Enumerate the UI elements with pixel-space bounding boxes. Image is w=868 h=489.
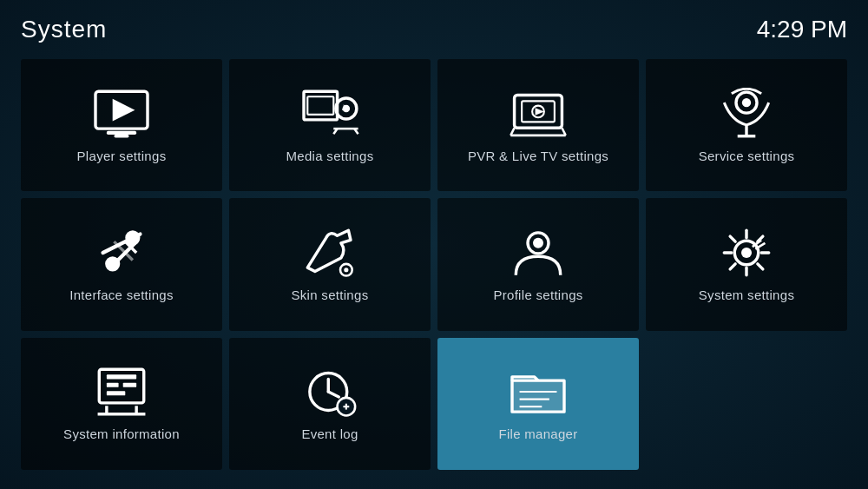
- settings-grid: Player settings ♪ Media settings PVR & L…: [0, 52, 868, 484]
- skin-settings-label: Skin settings: [292, 287, 369, 302]
- svg-rect-5: [307, 96, 333, 115]
- player-settings-label: Player settings: [77, 149, 167, 163]
- pvr-icon: [508, 88, 569, 140]
- interface-settings[interactable]: Interface settings: [21, 198, 222, 330]
- svg-rect-2: [107, 130, 136, 134]
- svg-rect-48: [123, 383, 136, 387]
- page-title: System: [21, 16, 107, 43]
- profile-settings[interactable]: Profile settings: [437, 198, 639, 330]
- svg-point-20: [742, 98, 751, 107]
- service-settings-label: Service settings: [699, 149, 795, 163]
- svg-rect-3: [114, 135, 128, 137]
- pvr-settings[interactable]: PVR & Live TV settings: [437, 59, 639, 191]
- svg-line-42: [730, 264, 735, 269]
- clock: 4:29 PM: [757, 16, 847, 43]
- file-manager[interactable]: File manager: [437, 338, 639, 470]
- player-settings[interactable]: Player settings: [21, 59, 222, 191]
- eventlog-icon: [299, 366, 360, 418]
- media-settings[interactable]: ♪ Media settings: [229, 59, 431, 191]
- system-icon: [716, 227, 777, 279]
- svg-point-32: [533, 238, 543, 248]
- event-log-label: Event log: [301, 426, 358, 441]
- profile-settings-label: Profile settings: [493, 287, 582, 302]
- svg-line-15: [562, 128, 565, 135]
- event-log[interactable]: Event log: [229, 338, 431, 470]
- media-settings-label: Media settings: [286, 149, 374, 163]
- system-information-label: System information: [63, 426, 180, 441]
- file-manager-label: File manager: [498, 426, 577, 441]
- filemanager-icon: [508, 366, 569, 418]
- pvr-settings-label: PVR & Live TV settings: [468, 149, 608, 163]
- svg-line-40: [758, 264, 763, 269]
- header: System 4:29 PM: [0, 0, 868, 52]
- interface-settings-label: Interface settings: [69, 287, 174, 302]
- sysinfo-icon: [91, 366, 152, 418]
- svg-rect-49: [107, 391, 125, 395]
- skin-icon: [299, 227, 360, 279]
- system-settings[interactable]: System settings: [646, 198, 847, 330]
- svg-rect-4: [304, 91, 338, 120]
- svg-rect-45: [99, 370, 143, 404]
- service-settings[interactable]: Service settings: [646, 59, 847, 191]
- svg-point-34: [741, 248, 752, 258]
- interface-icon: [91, 227, 152, 279]
- svg-point-30: [344, 268, 348, 272]
- svg-text:♪: ♪: [341, 100, 346, 112]
- svg-line-55: [328, 392, 339, 397]
- svg-line-39: [730, 236, 735, 241]
- svg-point-26: [105, 256, 120, 271]
- system-information[interactable]: System information: [21, 338, 222, 470]
- svg-rect-47: [107, 383, 119, 387]
- player-icon: [91, 88, 152, 140]
- service-icon: [716, 88, 777, 140]
- svg-line-14: [510, 128, 514, 135]
- system-settings-label: System settings: [699, 287, 794, 302]
- media-icon: ♪: [299, 88, 360, 140]
- profile-icon: [508, 227, 569, 279]
- skin-settings[interactable]: Skin settings: [229, 198, 431, 330]
- svg-rect-46: [107, 375, 136, 380]
- svg-marker-1: [113, 99, 135, 122]
